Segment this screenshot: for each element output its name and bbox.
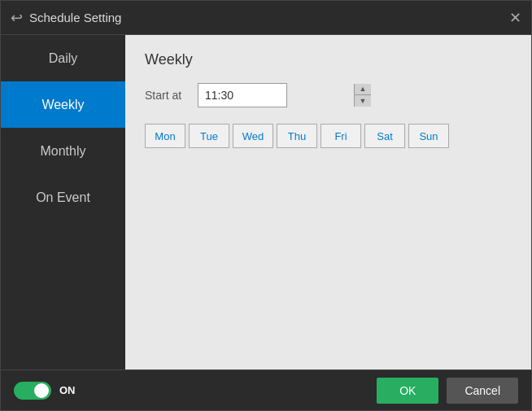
- sidebar: Daily Weekly Monthly On Event: [1, 35, 125, 369]
- sidebar-item-monthly[interactable]: Monthly: [1, 128, 125, 174]
- sidebar-item-weekly-label: Weekly: [41, 98, 84, 112]
- toggle-wrapper: ON: [14, 382, 76, 400]
- day-button-wed[interactable]: Wed: [233, 124, 273, 148]
- start-at-row: Start at ▲ ▼: [145, 83, 512, 107]
- start-at-label: Start at: [145, 89, 190, 102]
- dialog-body: Daily Weekly Monthly On Event Weekly Sta…: [1, 35, 531, 369]
- toggle-knob: [34, 383, 49, 398]
- sidebar-item-weekly[interactable]: Weekly: [1, 81, 125, 128]
- time-input[interactable]: [198, 84, 354, 107]
- days-row: Mon Tue Wed Thu Fri Sat Sun: [145, 124, 512, 148]
- sidebar-item-daily-label: Daily: [49, 51, 78, 66]
- sidebar-item-on-event[interactable]: On Event: [1, 174, 125, 221]
- sidebar-item-monthly-label: Monthly: [40, 144, 85, 159]
- dialog-footer: ON OK Cancel: [1, 369, 531, 410]
- day-button-sun[interactable]: Sun: [408, 124, 449, 148]
- spin-buttons: ▲ ▼: [354, 84, 371, 107]
- on-off-toggle[interactable]: [14, 382, 51, 400]
- sidebar-item-on-event-label: On Event: [36, 190, 90, 205]
- day-button-fri[interactable]: Fri: [321, 124, 361, 148]
- schedule-setting-dialog: ↩ Schedule Setting ✕ Daily Weekly Monthl…: [0, 0, 532, 411]
- content-area: Weekly Start at ▲ ▼ Mon Tue: [125, 35, 531, 369]
- title-bar: ↩ Schedule Setting ✕: [1, 1, 531, 35]
- day-button-mon[interactable]: Mon: [145, 124, 185, 148]
- day-button-tue[interactable]: Tue: [189, 124, 229, 148]
- close-button[interactable]: ✕: [509, 11, 521, 25]
- day-button-sat[interactable]: Sat: [364, 124, 405, 148]
- ok-button[interactable]: OK: [377, 378, 438, 404]
- day-button-thu[interactable]: Thu: [277, 124, 317, 148]
- toggle-label: ON: [59, 384, 76, 396]
- sidebar-item-daily[interactable]: Daily: [1, 35, 125, 81]
- time-down-button[interactable]: ▼: [355, 95, 371, 107]
- content-title: Weekly: [145, 51, 512, 68]
- time-input-wrapper: ▲ ▼: [198, 83, 287, 107]
- time-up-button[interactable]: ▲: [355, 84, 371, 95]
- back-icon: ↩: [11, 9, 23, 27]
- cancel-button[interactable]: Cancel: [447, 378, 518, 404]
- footer-buttons: OK Cancel: [377, 378, 518, 404]
- dialog-title: Schedule Setting: [29, 11, 509, 24]
